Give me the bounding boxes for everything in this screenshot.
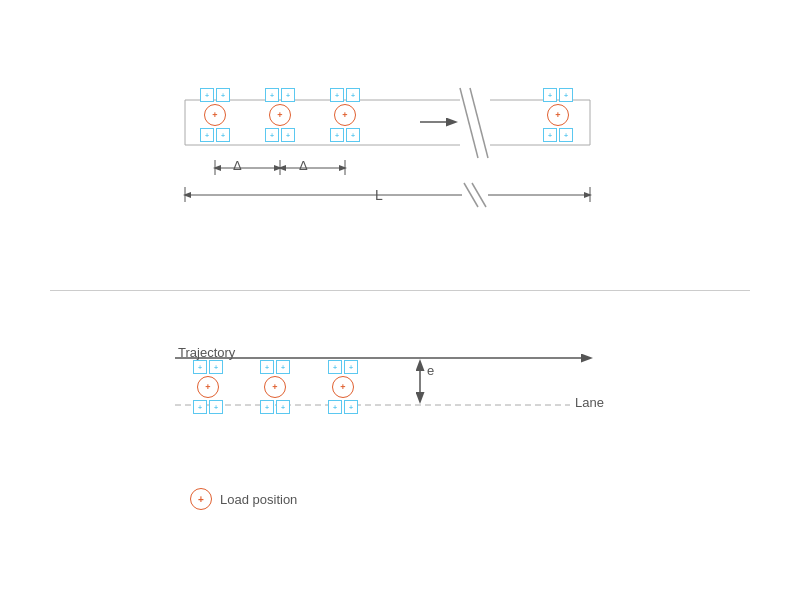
wheel: + (330, 128, 344, 142)
wheel-row-top: + + (543, 88, 573, 102)
legend-symbol: + (190, 488, 212, 510)
wheel: + (193, 400, 207, 414)
wheel-row-top: + + (330, 88, 360, 102)
wheel: + (559, 128, 573, 142)
axle-group-1: + + + + + (200, 88, 230, 142)
legend-label: Load position (220, 492, 297, 507)
wheel-row-top: + + (328, 360, 358, 374)
wheel: + (543, 88, 557, 102)
wheel: + (344, 360, 358, 374)
delta2-label: Δ (299, 158, 308, 173)
wheel-row-bottom: + + (260, 400, 290, 414)
e-label: e (427, 363, 434, 378)
axle-center: + (204, 104, 226, 126)
wheel: + (200, 128, 214, 142)
bottom-axle-3: + + + + + (328, 360, 358, 414)
wheel: + (346, 128, 360, 142)
wheel: + (344, 400, 358, 414)
svg-line-4 (470, 88, 488, 158)
wheel: + (216, 88, 230, 102)
wheel-row-bottom: + + (328, 400, 358, 414)
section-divider (50, 290, 750, 291)
wheel-row-bottom: + + (200, 128, 230, 142)
wheel-row-bottom: + + (330, 128, 360, 142)
wheel: + (260, 400, 274, 414)
wheel-row-top: + + (260, 360, 290, 374)
wheel-row-bottom: + + (193, 400, 223, 414)
axle-center: + (197, 376, 219, 398)
svg-line-3 (460, 88, 478, 158)
wheel: + (265, 128, 279, 142)
wheel: + (265, 88, 279, 102)
wheel: + (543, 128, 557, 142)
wheel: + (276, 400, 290, 414)
wheel: + (260, 360, 274, 374)
wheel: + (330, 88, 344, 102)
wheel-row-bottom: + + (265, 128, 295, 142)
wheel: + (328, 400, 342, 414)
axle-center: + (269, 104, 291, 126)
length-label: L (375, 187, 383, 203)
wheel: + (328, 360, 342, 374)
delta1-label: Δ (233, 158, 242, 173)
bottom-axle-1: + + + + + (193, 360, 223, 414)
wheel: + (209, 400, 223, 414)
wheel: + (216, 128, 230, 142)
wheel: + (346, 88, 360, 102)
axle-center: + (264, 376, 286, 398)
wheel-row-bottom: + + (543, 128, 573, 142)
wheel: + (559, 88, 573, 102)
legend: + Load position (190, 488, 297, 510)
wheel-row-top: + + (193, 360, 223, 374)
axle-center: + (547, 104, 569, 126)
wheel: + (281, 128, 295, 142)
top-diagram-svg (0, 0, 800, 290)
wheel: + (276, 360, 290, 374)
wheel: + (209, 360, 223, 374)
wheel: + (193, 360, 207, 374)
wheel-row-top: + + (200, 88, 230, 102)
bottom-axle-2: + + + + + (260, 360, 290, 414)
svg-line-18 (464, 183, 478, 207)
axle-group-2: + + + + + (265, 88, 295, 142)
bottom-diagram-svg (0, 310, 800, 560)
trajectory-label: Trajectory (178, 345, 235, 360)
axle-group-4: + + + + + (543, 88, 573, 142)
svg-line-19 (472, 183, 486, 207)
lane-label: Lane (575, 395, 604, 410)
wheel: + (200, 88, 214, 102)
axle-group-3: + + + + + (330, 88, 360, 142)
wheel: + (281, 88, 295, 102)
axle-center: + (332, 376, 354, 398)
axle-center: + (334, 104, 356, 126)
wheel-row-top: + + (265, 88, 295, 102)
main-container: + + + + + + + + + + + + + + + (0, 0, 800, 600)
